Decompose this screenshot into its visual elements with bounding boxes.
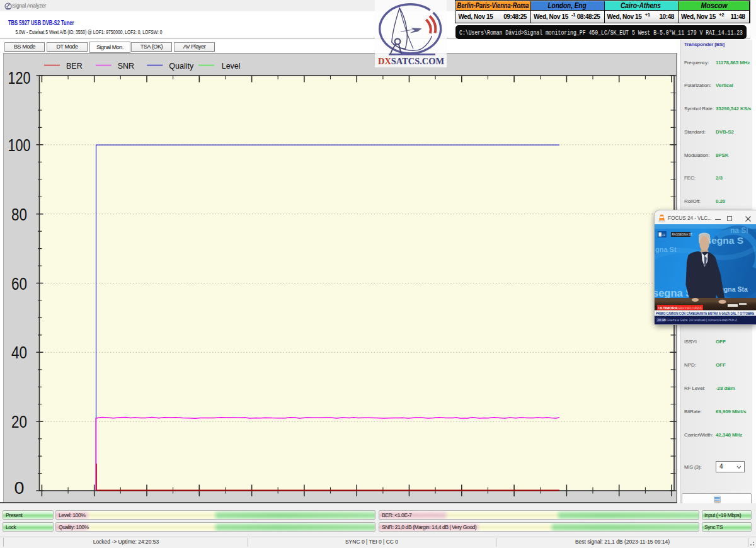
svg-text:120: 120 — [8, 68, 31, 88]
svg-text:gna St: gna St — [655, 246, 677, 253]
svg-text:100: 100 — [8, 135, 31, 155]
svg-text:0: 0 — [14, 478, 25, 498]
svg-text:DXSATCS.COM: DXSATCS.COM — [378, 55, 444, 66]
svg-text:20: 20 — [11, 412, 27, 431]
svg-text:na Si: na Si — [730, 226, 748, 235]
svg-text:RASSEGNA ST.: RASSEGNA ST. — [672, 233, 693, 236]
svg-text:Berlin-Paris-Vienna-Roma: Berlin-Paris-Vienna-Roma — [457, 1, 529, 10]
svg-text:80: 80 — [11, 205, 27, 224]
svg-text:60: 60 — [11, 274, 27, 294]
svg-text:PRIMO CAMION CON CARBURANTE EN: PRIMO CAMION CON CARBURANTE ENTRA A GAZA… — [656, 311, 754, 316]
svg-text:ULTIMORA: ULTIMORA — [658, 306, 678, 310]
svg-text:C:\Users\Roman Dávid>Signal mo: C:\Users\Roman Dávid>Signal monitoring_P… — [459, 29, 743, 37]
svg-text:egna Sta: egna Sta — [720, 285, 748, 293]
svg-text:Guerra a Gaza: 24 residuati |: Guerra a Gaza: 24 residuati | numero Est… — [667, 318, 738, 322]
svg-text:Cairo-Athens: Cairo-Athens — [621, 1, 661, 10]
svg-text:20:48: 20:48 — [657, 318, 666, 322]
svg-text:London, Eng: London, Eng — [548, 1, 587, 10]
svg-text:GUERRA IN MED O ORIENTE: GUERRA IN MED O ORIENTE — [676, 306, 702, 310]
svg-text:24: 24 — [662, 234, 666, 237]
svg-text:40: 40 — [11, 343, 27, 362]
